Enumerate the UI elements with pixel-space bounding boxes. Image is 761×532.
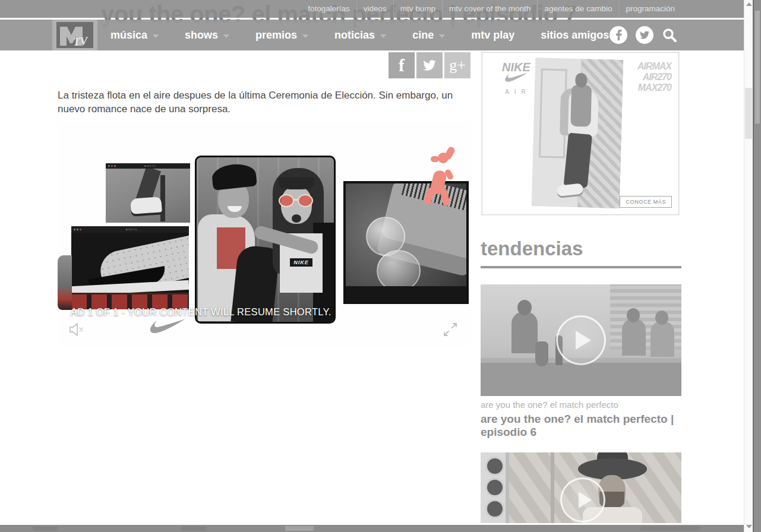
nike-air-logo: NIKE AIR [493,62,539,95]
nav-item-noticias[interactable]: noticias [334,29,386,42]
nike-swoosh-icon [149,318,187,334]
ad-photo-street-sneaker: AIR270 [106,163,190,223]
scrollbar-thumb[interactable] [755,11,760,124]
chevron-down-icon [439,34,445,38]
twitter-bird-icon [423,60,436,71]
ad-photo-couple: NIKE [195,156,336,324]
trending-item-category[interactable]: are you the one? el match perfecto [481,400,618,410]
footer-highlight [285,526,314,531]
article-intro: La tristeza flota en el aire despues de … [58,88,473,116]
nav-social-icons [610,26,677,44]
topbar-links: fotogalerías videos mtv bump mtv cover o… [301,0,681,18]
nav-items: música shows premios noticias cine mtv p… [110,20,609,50]
topbar-link-programacion[interactable]: programación [618,0,681,18]
nike-ad-photo [532,58,623,208]
svg-text:TV: TV [72,34,89,48]
topbar-link-mtv-cover[interactable]: mtv cover of the month [442,0,537,18]
page-scrollbar[interactable] [744,0,753,532]
nav-item-shows[interactable]: shows [185,29,229,42]
topbar-link-agentes-de-cambio[interactable]: agentes de cambio [537,0,618,18]
share-googleplus-button[interactable]: g+ [444,52,471,78]
chevron-down-icon [380,34,386,38]
shoe-sole-edge [58,255,72,310]
main-nav: TV música shows premios noticias cine mt… [0,20,744,50]
browser-scrollbar[interactable] [753,0,761,532]
facebook-icon[interactable] [610,26,627,44]
nav-item-musica[interactable]: música [110,29,159,42]
topbar-link-fotogalerias[interactable]: fotogalerías [301,0,356,18]
mute-icon[interactable] [68,322,85,337]
footer-bar [0,525,744,532]
balloon-dog [421,149,463,206]
trending-item-thumbnail[interactable] [481,452,681,523]
nav-item-mtv-play[interactable]: mtv play [471,29,514,42]
mtv-logo-icon: TV [56,22,93,48]
trending-item-title[interactable]: are you the one? el match perfecto | epi… [481,413,678,439]
ad-countdown-message: AD 1 OF 1 - YOUR CONTENT WILL RESUME SHO… [71,306,331,318]
chevron-down-icon [223,34,229,38]
nike-display-ad[interactable]: NIKE AIR AIRMAX AIR270 MAX270 CONOCÉ MÁS [482,52,679,215]
topbar: fotogalerías videos mtv bump mtv cover o… [0,0,744,18]
scrollbar-thumb[interactable] [745,88,752,139]
scroll-up-arrow[interactable] [746,2,752,6]
video-player[interactable]: AIR270 AIR270 NIKE [58,122,471,346]
twitter-icon[interactable] [636,26,653,44]
play-icon[interactable] [560,477,605,522]
scroll-down-arrow[interactable] [746,525,752,528]
topbar-link-mtv-bump[interactable]: mtv bump [393,0,442,18]
tendencias-heading: tendencias [481,238,583,260]
share-twitter-button[interactable] [416,52,443,78]
chevron-down-icon [153,34,159,38]
play-icon[interactable] [556,315,606,365]
search-icon[interactable] [662,27,677,43]
nav-item-premios[interactable]: premios [255,29,308,42]
nike-tee-label: NIKE [290,258,312,267]
mtv-logo[interactable]: TV [52,20,97,50]
fullscreen-icon[interactable] [443,322,458,337]
trending-item-thumbnail[interactable] [481,284,681,396]
red-sunglasses [279,194,317,208]
mtv-page: you the one? el match perfecto | episodi… [0,0,761,532]
nike-ad-cta-button[interactable]: CONOCÉ MÁS [620,196,672,208]
nav-item-cine[interactable]: cine [412,29,445,42]
nav-item-sitios-amigos[interactable]: sitios amigos [541,29,609,42]
share-facebook-button[interactable]: f [389,52,415,78]
airmax-270-logo: AIRMAX AIR270 MAX270 [637,61,671,93]
tendencias-divider [481,266,681,268]
topbar-link-videos[interactable]: videos [356,0,393,18]
chevron-down-icon [302,34,308,38]
share-buttons: f g+ [58,52,471,78]
ad-photo-shoe-closeup: AIR270 [71,226,189,309]
